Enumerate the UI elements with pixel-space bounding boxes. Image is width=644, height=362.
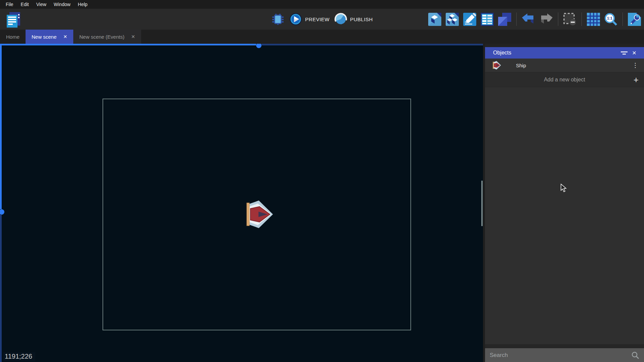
scene-properties-button[interactable] xyxy=(463,12,477,26)
publish-label: PUBLISH xyxy=(350,16,373,22)
redo-button[interactable] xyxy=(539,13,553,25)
redo-icon xyxy=(539,13,553,25)
menu-window[interactable]: Window xyxy=(50,1,74,8)
grid-icon xyxy=(587,12,600,26)
objects-panel-header: Objects ✕ xyxy=(485,47,644,59)
zoom-1-1-icon: 1:1 xyxy=(604,12,618,26)
plus-icon: + xyxy=(634,75,639,84)
deselect-all-button[interactable] xyxy=(563,12,577,26)
panel-top-gap xyxy=(485,44,644,47)
zoom-original-button[interactable]: 1:1 xyxy=(604,12,618,26)
settings-wrench-icon xyxy=(628,12,641,26)
cursor-coordinates-readout: 1191;226 xyxy=(3,352,35,361)
panel-close-button[interactable]: ✕ xyxy=(629,48,639,58)
editor-scrollbar-thumb[interactable] xyxy=(481,181,483,226)
zoom-ratio-label: 1:1 xyxy=(607,16,612,20)
toolbar-right-group: 1:1 xyxy=(428,9,641,30)
instances-list-button[interactable] xyxy=(480,12,494,26)
search-icon[interactable] xyxy=(631,351,639,359)
layers-icon xyxy=(498,12,512,26)
canvas-h-scroll-track-left[interactable] xyxy=(0,44,256,45)
preview-label: PREVIEW xyxy=(305,16,330,22)
canvas-h-scroll-track-right[interactable] xyxy=(261,44,483,45)
objects-panel-title: Objects xyxy=(493,50,619,56)
object-name-label: Ship xyxy=(516,63,631,68)
tab-new-scene-label: New scene xyxy=(32,34,56,40)
editor-tab-bar: Home New scene ✕ New scene (Events) ✕ xyxy=(0,30,644,44)
object-menu-dots-icon[interactable]: ⋮ xyxy=(631,62,639,69)
debugger-button[interactable] xyxy=(271,12,285,26)
edit-object-groups-button[interactable] xyxy=(445,12,459,26)
menu-help[interactable]: Help xyxy=(74,1,91,8)
search-input[interactable] xyxy=(490,352,631,359)
project-manager-button[interactable] xyxy=(5,11,22,30)
objects-editor-icon xyxy=(428,12,442,26)
tab-new-scene-events-label: New scene (Events) xyxy=(79,34,124,40)
toolbar-separator xyxy=(622,12,623,26)
tab-close-icon[interactable]: ✕ xyxy=(63,34,67,39)
add-object-button[interactable]: Add a new object + xyxy=(485,72,644,87)
debugger-bug-icon xyxy=(271,12,285,26)
gdevelop-window: File Edit View Window Help xyxy=(0,0,644,362)
canvas-h-scroll-thumb[interactable] xyxy=(256,44,261,48)
preview-play-icon xyxy=(289,13,302,26)
objects-panel: Objects ✕ Ship ⋮ Add a new object + xyxy=(485,44,644,362)
instances-list-icon xyxy=(480,12,494,26)
main-toolbar: PREVIEW PUBLISH xyxy=(0,9,644,30)
tab-new-scene-events[interactable]: New scene (Events) ✕ xyxy=(73,30,141,44)
tab-new-scene[interactable]: New scene ✕ xyxy=(26,30,73,44)
menu-view[interactable]: View xyxy=(33,1,50,8)
undo-icon xyxy=(521,13,535,25)
tab-close-icon[interactable]: ✕ xyxy=(131,34,135,39)
menu-edit[interactable]: Edit xyxy=(17,1,33,8)
objects-panel-empty-area xyxy=(485,87,644,344)
ship-sprite-instance[interactable] xyxy=(245,200,274,229)
menu-bar: File Edit View Window Help xyxy=(0,0,644,9)
filter-button[interactable] xyxy=(619,48,629,58)
workspace: 1191;226 Objects ✕ Ship xyxy=(0,44,644,362)
canvas-v-scroll-track-bottom[interactable] xyxy=(0,215,2,362)
properties-pencil-icon xyxy=(463,12,477,26)
scene-canvas[interactable]: 1191;226 xyxy=(0,44,483,362)
settings-button[interactable] xyxy=(628,12,641,26)
object-groups-icon xyxy=(445,12,459,26)
canvas-v-scroll-thumb[interactable] xyxy=(0,209,4,215)
canvas-v-scroll-track-top[interactable] xyxy=(0,44,2,209)
filter-icon xyxy=(621,51,628,55)
tab-home[interactable]: Home xyxy=(0,30,26,44)
layers-editor-button[interactable] xyxy=(498,12,512,26)
add-object-label: Add a new object xyxy=(544,77,585,83)
preview-button[interactable]: PREVIEW xyxy=(289,13,330,26)
publish-button[interactable]: PUBLISH xyxy=(334,13,373,26)
objects-search-bar xyxy=(485,344,644,362)
object-list-item-ship[interactable]: Ship ⋮ xyxy=(485,59,644,72)
toolbar-center-group: PREVIEW PUBLISH xyxy=(271,9,373,30)
publish-globe-icon xyxy=(334,13,347,26)
undo-button[interactable] xyxy=(521,13,535,25)
toggle-grid-button[interactable] xyxy=(587,12,600,26)
ship-thumbnail-icon xyxy=(492,60,501,70)
project-manager-icon xyxy=(5,11,22,28)
edit-objects-button[interactable] xyxy=(428,12,442,26)
deselect-icon xyxy=(563,12,577,26)
menu-file[interactable]: File xyxy=(2,1,17,8)
toolbar-separator xyxy=(516,12,517,26)
tab-home-label: Home xyxy=(6,34,19,40)
toolbar-separator xyxy=(581,12,582,26)
toolbar-separator xyxy=(558,12,558,26)
